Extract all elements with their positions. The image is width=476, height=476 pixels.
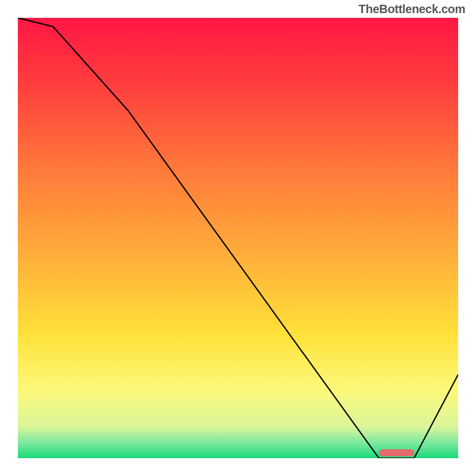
bottleneck-curve — [18, 18, 458, 458]
optimal-zone-marker — [379, 449, 414, 456]
plot-area — [18, 18, 458, 458]
watermark-text: TheBottleneck.com — [359, 2, 465, 16]
